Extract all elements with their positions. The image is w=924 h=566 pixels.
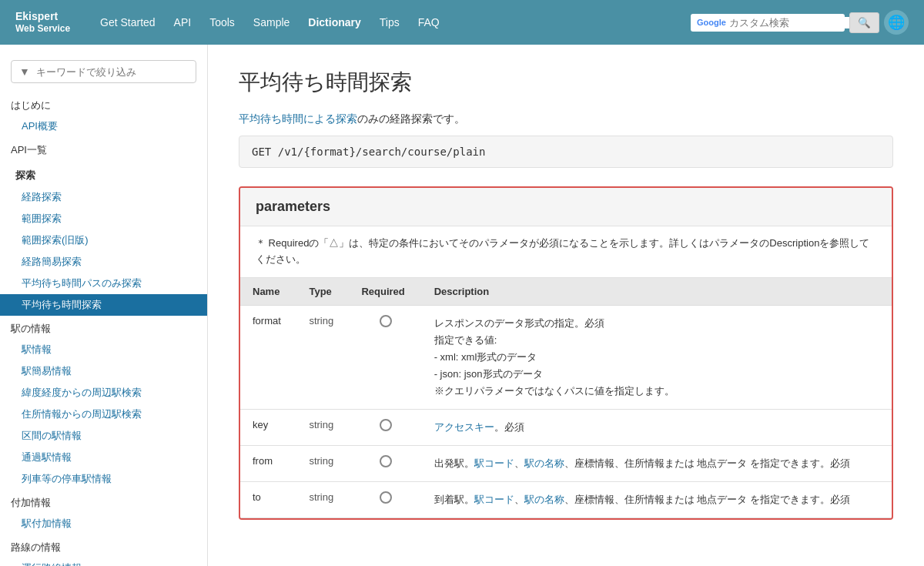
to-code-link[interactable]: 駅コード — [474, 494, 514, 505]
sidebar-item-route-search[interactable]: 経路探索 — [0, 186, 207, 208]
param-name-format: format — [240, 305, 296, 409]
section-line-info: 路線の情報 — [0, 538, 207, 558]
param-required-from — [349, 446, 421, 482]
param-desc-key: アクセスキー。必須 — [422, 410, 892, 446]
required-circle — [380, 315, 392, 327]
sidebar-item-simple-search[interactable]: 経路簡易探索 — [0, 251, 207, 273]
sidebar-item-api-overview[interactable]: API概要 — [0, 116, 207, 137]
section-additional: 付加情報 — [0, 493, 207, 513]
param-type-key: string — [296, 410, 349, 446]
sidebar-item-avg-wait-search[interactable]: 平均待ち時間探索 — [0, 294, 207, 316]
sidebar-item-station-info[interactable]: 駅情報 — [0, 339, 207, 360]
param-required-format — [349, 305, 421, 409]
desc-key-text: アクセスキー。必須 — [434, 421, 524, 433]
required-circle — [380, 491, 392, 504]
param-type-to: string — [296, 482, 349, 518]
nav-tools[interactable]: Tools — [209, 16, 235, 28]
sidebar-item-station-simple[interactable]: 駅簡易情報 — [0, 360, 207, 382]
from-name-link[interactable]: 駅の名称 — [524, 457, 564, 469]
col-description: Description — [422, 278, 892, 306]
endpoint-box: GET /v1/{format}/search/course/plain — [239, 136, 893, 168]
sidebar-item-range-search-old[interactable]: 範囲探索(旧版) — [0, 229, 207, 251]
main-content: 平均待ち時間探索 平均待ち時間による探索のみの経路探索です。 GET /v1/{… — [208, 45, 924, 566]
required-circle — [380, 455, 392, 467]
sidebar-item-avg-wait-path[interactable]: 平均待ち時間パスのみ探索 — [0, 273, 207, 294]
header: Ekispert Web Service Get Started API Too… — [0, 0, 924, 45]
param-name-to: to — [240, 482, 296, 518]
sidebar: ▼ はじめに API概要 API一覧 探索 経路探索 範囲探索 範囲探索(旧版)… — [0, 45, 208, 566]
subtitle: 平均待ち時間による探索のみの経路探索です。 — [239, 112, 893, 126]
param-type-format: string — [296, 305, 349, 409]
table-row: format string レスポンスのデータ形式の指定。必須 指定できる値: … — [240, 305, 892, 409]
col-name: Name — [240, 278, 296, 306]
to-name-link[interactable]: 駅の名称 — [524, 494, 564, 505]
sidebar-item-passing-station[interactable]: 通過駅情報 — [0, 447, 207, 468]
sidebar-item-train-stop[interactable]: 列車等の停車駅情報 — [0, 468, 207, 490]
sidebar-item-nearby-addr[interactable]: 住所情報からの周辺駅検索 — [0, 404, 207, 425]
desc-format-text: レスポンスのデータ形式の指定。必須 指定できる値: - xml: xml形式のデ… — [434, 315, 879, 400]
param-name-key: key — [240, 410, 296, 446]
params-table: Name Type Required Description format st… — [240, 278, 892, 519]
param-required-key — [349, 410, 421, 446]
search-area: Google 🔍 🌐 — [691, 10, 909, 35]
param-required-to — [349, 482, 421, 518]
filter-icon: ▼ — [19, 65, 30, 78]
param-type-from: string — [296, 446, 349, 482]
table-row: key string アクセスキー。必須 — [240, 410, 892, 446]
nav-sample[interactable]: Sample — [253, 16, 290, 28]
sidebar-filter[interactable]: ▼ — [11, 60, 196, 83]
params-note: ＊ Requiredの「△」は、特定の条件においてそのパラメータが必須になること… — [240, 226, 892, 278]
nav-get-started[interactable]: Get Started — [100, 16, 156, 28]
nav-faq[interactable]: FAQ — [418, 16, 440, 28]
logo-line2: Web Service — [15, 23, 77, 34]
logo-line1: Ekispert — [15, 10, 77, 23]
main-nav: Get Started API Tools Sample Dictionary … — [100, 16, 668, 28]
sidebar-item-operation-line[interactable]: 運行路線情報 — [0, 558, 207, 566]
param-name-from: from — [240, 446, 296, 482]
search-box: Google — [691, 14, 845, 32]
param-desc-format: レスポンスのデータ形式の指定。必須 指定できる値: - xml: xml形式のデ… — [422, 305, 892, 409]
sidebar-item-range-search[interactable]: 範囲探索 — [0, 208, 207, 229]
table-row: from string 出発駅。駅コード、駅の名称、座標情報、住所情報または 地… — [240, 446, 892, 482]
params-header: parameters — [240, 188, 892, 226]
col-required: Required — [349, 278, 421, 306]
globe-icon[interactable]: 🌐 — [884, 10, 909, 35]
nav-api[interactable]: API — [174, 16, 192, 28]
page-title: 平均待ち時間探索 — [239, 68, 893, 97]
layout: ▼ はじめに API概要 API一覧 探索 経路探索 範囲探索 範囲探索(旧版)… — [0, 45, 924, 566]
key-link[interactable]: アクセスキー — [434, 421, 494, 433]
param-desc-to: 到着駅。駅コード、駅の名称、座標情報、住所情報または 地点データ を指定できます… — [422, 482, 892, 518]
section-api-list: API一覧 — [0, 140, 207, 160]
subtitle-link[interactable]: 平均待ち時間による探索 — [239, 112, 357, 125]
logo[interactable]: Ekispert Web Service — [15, 10, 77, 34]
section-station-info: 駅の情報 — [0, 319, 207, 339]
desc-from-text: 出発駅。駅コード、駅の名称、座標情報、住所情報または 地点データ を指定できます… — [434, 457, 850, 469]
search-input[interactable] — [729, 17, 859, 28]
section-hajimeni: はじめに — [0, 95, 207, 116]
from-code-link[interactable]: 駅コード — [474, 457, 514, 469]
desc-to-text: 到着駅。駅コード、駅の名称、座標情報、住所情報または 地点データ を指定できます… — [434, 494, 850, 505]
param-desc-from: 出発駅。駅コード、駅の名称、座標情報、住所情報または 地点データ を指定できます… — [422, 446, 892, 482]
required-circle — [380, 419, 392, 431]
nav-tips[interactable]: Tips — [380, 16, 400, 28]
filter-input[interactable] — [36, 66, 188, 78]
sidebar-item-section-station[interactable]: 区間の駅情報 — [0, 425, 207, 447]
nav-dictionary[interactable]: Dictionary — [308, 16, 360, 28]
sidebar-item-station-extra[interactable]: 駅付加情報 — [0, 513, 207, 534]
search-button[interactable]: 🔍 — [849, 12, 879, 33]
params-box: parameters ＊ Requiredの「△」は、特定の条件においてそのパラ… — [239, 186, 893, 520]
table-row: to string 到着駅。駅コード、駅の名称、座標情報、住所情報または 地点デ… — [240, 482, 892, 518]
col-type: Type — [296, 278, 349, 306]
subsection-search: 探索 — [0, 165, 207, 186]
sidebar-item-nearby-lat[interactable]: 緯度経度からの周辺駅検索 — [0, 382, 207, 404]
google-label: Google — [697, 18, 726, 27]
